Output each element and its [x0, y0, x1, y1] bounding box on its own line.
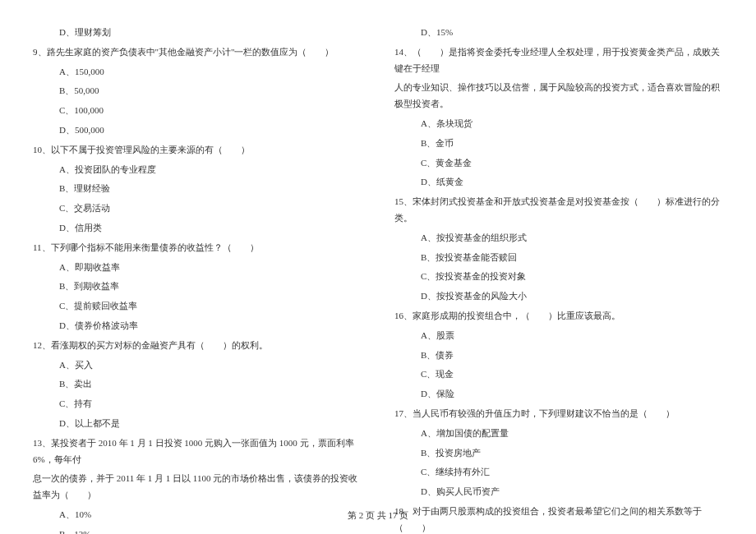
q15-opt-b: B、按投资基金能否赎回 [394, 250, 723, 266]
q14-opt-b: B、金币 [394, 136, 723, 152]
q17-opt-a: A、增加国债的配置量 [394, 426, 723, 442]
q10-opt-c: C、交易活动 [33, 200, 362, 217]
q13-stem-line2: 息一次的债券，并于 2011 年 1 月 1 日以 1100 元的市场价格出售，… [33, 471, 362, 504]
q16-opt-a: A、股票 [394, 328, 723, 344]
q11-opt-a: A、即期收益率 [33, 260, 362, 276]
exam-page: D、理财筹划 9、路先生家庭的资产负债表中"其他金融资产小计"一栏的数值应为（ … [0, 0, 756, 534]
q15-opt-a: A、按投资基金的组织形式 [394, 230, 723, 246]
prev-option-d: D、理财筹划 [33, 25, 362, 41]
q10-opt-a: A、投资团队的专业程度 [33, 162, 362, 178]
q11-stem: 11、下列哪个指标不能用来衡量债券的收益性？（ ） [33, 240, 362, 256]
q10-opt-b: B、理财经验 [33, 181, 362, 197]
q14-stem-line1: 14、（ ）是指将资金委托专业经理人全权处理，用于投资黄金类产品，成败关键在于经… [394, 44, 723, 77]
q17-opt-c: C、继续持有外汇 [394, 464, 723, 481]
q9-opt-b: B、50,000 [33, 83, 362, 99]
q12-opt-b: B、卖出 [33, 376, 362, 393]
q14-opt-a: A、条块现货 [394, 116, 723, 132]
q16-opt-b: B、债券 [394, 348, 723, 364]
q10-opt-d: D、信用类 [33, 220, 362, 237]
q12-opt-d: D、以上都不是 [33, 416, 362, 432]
q17-stem: 17、当人民币有较强的升值压力时，下列理财建议不恰当的是（ ） [394, 406, 723, 422]
q15-opt-d: D、按投资基金的风险大小 [394, 288, 723, 305]
q11-opt-d: D、债券价格波动率 [33, 318, 362, 334]
q16-stem: 16、家庭形成期的投资组合中，（ ）比重应该最高。 [394, 308, 723, 325]
q15-opt-c: C、按投资基金的投资对象 [394, 269, 723, 285]
q9-stem: 9、路先生家庭的资产负债表中"其他金融资产小计"一栏的数值应为（ ） [33, 44, 362, 61]
q12-stem: 12、看涨期权的买方对标的金融资产具有（ ）的权利。 [33, 338, 362, 354]
q14-stem-line2: 人的专业知识、操作技巧以及信誉，属于风险较高的投资方式，适合喜欢冒险的积极型投资… [394, 80, 723, 113]
q12-opt-c: C、持有 [33, 396, 362, 412]
q14-opt-c: C、黄金基金 [394, 155, 723, 172]
q9-opt-c: C、100,000 [33, 103, 362, 119]
q9-opt-d: D、500,000 [33, 122, 362, 139]
q16-opt-d: D、保险 [394, 386, 723, 403]
q15-stem: 15、宋体封闭式投资基金和开放式投资基金是对投资基金按（ ）标准进行的分类。 [394, 194, 723, 227]
q12-opt-a: A、买入 [33, 357, 362, 374]
q10-stem: 10、以下不属于投资管理风险的主要来源的有（ ） [33, 142, 362, 159]
q13-opt-b: B、13% [33, 527, 362, 534]
q17-opt-d: D、购买人民币资产 [394, 484, 723, 500]
q11-opt-c: C、提前赎回收益率 [33, 298, 362, 315]
page-footer: 第 2 页 共 17 页 [0, 509, 756, 522]
q13-stem-line1: 13、某投资者于 2010 年 1 月 1 日投资 1000 元购入一张面值为 … [33, 435, 362, 468]
q17-opt-b: B、投资房地产 [394, 445, 723, 462]
left-column: D、理财筹划 9、路先生家庭的资产负债表中"其他金融资产小计"一栏的数值应为（ … [33, 25, 362, 534]
q11-opt-b: B、到期收益率 [33, 279, 362, 295]
right-column: D、15% 14、（ ）是指将资金委托专业经理人全权处理，用于投资黄金类产品，成… [394, 25, 723, 534]
q9-opt-a: A、150,000 [33, 64, 362, 81]
prev-option-d-right: D、15% [394, 25, 723, 41]
q16-opt-c: C、现金 [394, 366, 723, 383]
q14-opt-d: D、纸黄金 [394, 174, 723, 191]
